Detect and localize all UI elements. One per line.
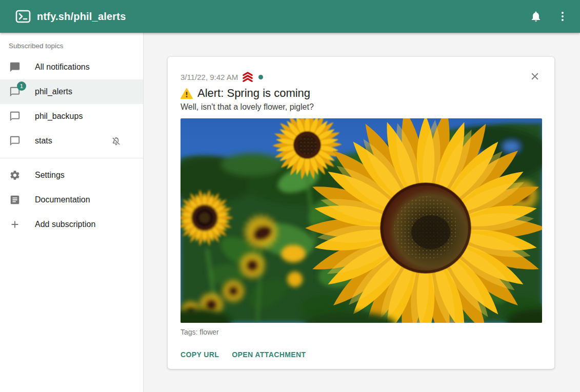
menu-label: Add subscription xyxy=(35,220,95,229)
topic-label: stats xyxy=(35,136,52,146)
chat-bubble-outline-icon xyxy=(9,135,21,147)
topic-label: phil_alerts xyxy=(35,87,72,96)
menu-label: Documentation xyxy=(35,195,90,204)
attachment-image[interactable] xyxy=(181,118,542,323)
sidebar: Subscribed topics All notifications 1 ph xyxy=(0,33,144,392)
notifications-muted-bell-off-icon xyxy=(111,136,122,147)
notification-body: Well, isn't that a lovely flower, piglet… xyxy=(181,102,542,112)
app-title: ntfy.sh/phil_alerts xyxy=(37,11,126,23)
topic-label: phil_backups xyxy=(35,112,83,121)
sidebar-item-documentation[interactable]: Documentation xyxy=(0,188,143,212)
close-icon[interactable] xyxy=(528,69,542,84)
sidebar-divider xyxy=(0,158,143,158)
chat-bubble-outline-icon: 1 xyxy=(9,86,21,98)
topic-label: All notifications xyxy=(35,63,90,72)
kebab-menu-icon[interactable] xyxy=(552,6,573,27)
tags-label: Tags: flower xyxy=(181,328,542,336)
article-icon xyxy=(9,194,21,206)
sidebar-item-stats[interactable]: stats xyxy=(0,129,143,153)
priority-max-icon xyxy=(242,72,253,82)
gear-icon xyxy=(9,169,21,181)
sidebar-item-phil-alerts[interactable]: 1 phil_alerts xyxy=(0,79,143,104)
sidebar-item-add-subscription[interactable]: Add subscription xyxy=(0,212,143,237)
notification-card: 3/11/22, 9:42 AM xyxy=(168,57,554,369)
notification-meta: 3/11/22, 9:42 AM xyxy=(181,72,542,82)
unread-dot-icon xyxy=(258,75,263,79)
notification-actions: COPY URL OPEN ATTACHMENT xyxy=(181,347,542,362)
copy-url-button[interactable]: COPY URL xyxy=(181,347,219,362)
menu-label: Settings xyxy=(35,171,65,180)
open-attachment-button[interactable]: OPEN ATTACHMENT xyxy=(232,347,306,362)
chat-bubble-outline-icon xyxy=(9,110,21,122)
sidebar-item-phil-backups[interactable]: phil_backups xyxy=(0,104,143,129)
plus-icon xyxy=(9,218,21,231)
terminal-logo-icon[interactable] xyxy=(14,8,32,25)
sidebar-item-settings[interactable]: Settings xyxy=(0,163,143,188)
main-content: 3/11/22, 9:42 AM xyxy=(144,33,580,392)
unread-count-badge: 1 xyxy=(17,81,26,91)
subscribed-topics-caption: Subscribed topics xyxy=(0,36,143,55)
notification-title: Alert: Spring is coming xyxy=(181,87,542,100)
appbar-actions xyxy=(526,6,573,27)
sidebar-item-all-notifications[interactable]: All notifications xyxy=(0,55,143,79)
notifications-bell-icon[interactable] xyxy=(526,6,546,27)
sidebar-menu: Settings Documentation Add subscription xyxy=(0,163,143,237)
app-bar: ntfy.sh/phil_alerts xyxy=(0,0,580,33)
chat-bubble-filled-icon xyxy=(9,61,21,73)
notification-title-text: Alert: Spring is coming xyxy=(197,87,310,100)
warning-emoji-icon xyxy=(181,88,193,99)
notification-timestamp: 3/11/22, 9:42 AM xyxy=(181,73,238,81)
topic-list: All notifications 1 phil_alerts phil_b xyxy=(0,55,143,153)
